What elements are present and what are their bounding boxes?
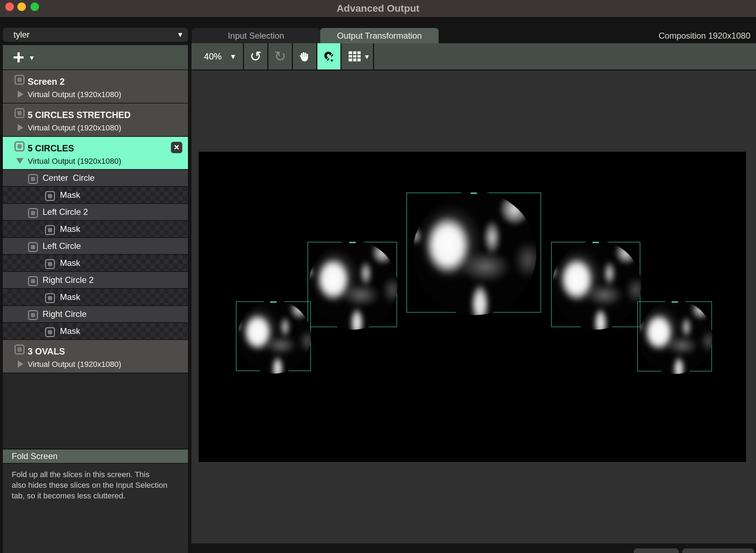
screen-enable-checkbox[interactable] xyxy=(15,345,24,354)
screen-name: 5 CIRCLES xyxy=(28,143,74,153)
slice-box-right-circle[interactable] xyxy=(637,301,712,372)
mask-name: Mask xyxy=(60,190,80,200)
mask-enable-checkbox[interactable] xyxy=(45,293,55,303)
screen-item-5-circles-stretched[interactable]: 5 CIRCLES STRETCHED Virtual Output (1920… xyxy=(3,104,188,136)
screen-enable-checkbox[interactable] xyxy=(15,108,24,118)
slice-box-left-circle[interactable] xyxy=(236,301,311,371)
chevron-down-icon[interactable] xyxy=(16,158,23,164)
mask-enable-checkbox[interactable] xyxy=(45,191,55,201)
grid-icon xyxy=(348,50,361,62)
slice-video-circle xyxy=(639,300,712,374)
slice-name: Left Circle xyxy=(43,241,81,251)
chevron-right-icon[interactable] xyxy=(18,361,23,368)
slice-item-center-circle[interactable]: Center Circle xyxy=(3,170,188,186)
pan-tool-button[interactable] xyxy=(293,43,317,69)
fold-screen-description: Fold up all the slices in this screen. T… xyxy=(3,464,188,553)
mask-enable-checkbox[interactable] xyxy=(45,327,55,337)
chevron-right-icon[interactable] xyxy=(18,91,23,98)
composition-dropdown[interactable]: tyler ▼ xyxy=(3,28,188,42)
titlebar: Advanced Output xyxy=(0,0,756,17)
chevron-down-icon: ▼ xyxy=(178,28,182,42)
remove-screen-button[interactable]: × xyxy=(171,142,182,153)
screen-list-empty-area xyxy=(3,373,188,448)
fold-screen-description-line: tab, so it becomes less cluttered. xyxy=(12,491,125,501)
chevron-right-icon[interactable] xyxy=(18,124,23,131)
screen-name: 3 OVALS xyxy=(28,346,65,357)
slice-item-right-circle-2[interactable]: Right Circle 2 xyxy=(3,272,188,288)
mask-name: Mask xyxy=(60,326,80,336)
output-label: Virtual Output (1920x1080) xyxy=(28,157,121,166)
fold-screen-header: Fold Screen xyxy=(3,449,188,463)
output-label: Virtual Output (1920x1080) xyxy=(28,90,121,99)
output-canvas[interactable] xyxy=(199,152,746,462)
mask-item-right-circle-2[interactable]: Mask xyxy=(3,289,188,305)
mask-enable-checkbox[interactable] xyxy=(45,259,55,269)
slice-video-circle xyxy=(413,191,537,315)
screen-item-3-ovals[interactable]: 3 OVALS Virtual Output (1920x1080) xyxy=(3,340,188,373)
slice-name: Right Circle 2 xyxy=(43,275,94,285)
magnet-icon xyxy=(323,50,335,63)
composition-dropdown-value: tyler xyxy=(13,28,29,42)
window-title: Advanced Output xyxy=(0,0,756,17)
screen-item-screen-2[interactable]: Screen 2 Virtual Output (1920x1080) xyxy=(3,70,188,103)
slice-name: Center Circle xyxy=(43,173,95,183)
tab-output-transformation[interactable]: Output Transformation xyxy=(320,28,439,43)
mask-name: Mask xyxy=(60,292,80,302)
snap-tool-button[interactable] xyxy=(317,43,341,69)
screen-name: 5 CIRCLES STRETCHED xyxy=(28,110,130,120)
slice-name: Left Circle 2 xyxy=(43,207,88,217)
slice-item-right-circle[interactable]: Right Circle xyxy=(3,306,188,322)
chevron-down-icon: ▼ xyxy=(30,45,34,69)
slice-enable-checkbox[interactable] xyxy=(28,310,38,320)
plus-icon: + xyxy=(13,45,24,69)
slice-enable-checkbox[interactable] xyxy=(28,242,38,252)
undo-icon: ↺ xyxy=(250,43,262,69)
advanced-output-window: { "window": { "title": "Advanced Output"… xyxy=(0,0,756,553)
slice-box-right-circle-2[interactable] xyxy=(551,242,640,327)
screen-enable-checkbox[interactable] xyxy=(15,75,24,85)
slice-enable-checkbox[interactable] xyxy=(28,208,38,218)
tab-input-selection[interactable]: Input Selection xyxy=(192,28,320,43)
screen-enable-checkbox[interactable] xyxy=(15,141,24,151)
slice-enable-checkbox[interactable] xyxy=(28,174,38,184)
chevron-down-icon: ▼ xyxy=(365,43,369,69)
hand-icon xyxy=(298,50,311,63)
fold-screen-description-line: Fold up all the slices in this screen. T… xyxy=(12,470,149,479)
output-workspace-panel xyxy=(191,71,756,543)
mask-enable-checkbox[interactable] xyxy=(45,225,55,235)
slice-item-left-circle[interactable]: Left Circle xyxy=(3,238,188,254)
zoom-level-dropdown[interactable]: 40% ▼ xyxy=(191,43,244,69)
composition-size-label: Composition 1920x1080 xyxy=(658,28,750,43)
slice-name: Right Circle xyxy=(43,309,87,319)
screen-name: Screen 2 xyxy=(28,77,65,87)
mask-item-left-circle-2[interactable]: Mask xyxy=(3,221,188,237)
add-screen-button[interactable]: + ▼ xyxy=(3,45,188,69)
undo-button[interactable]: ↺ xyxy=(244,43,268,69)
output-label: Virtual Output (1920x1080) xyxy=(28,123,121,133)
footer-button-right[interactable] xyxy=(682,548,754,553)
transform-toolbar: 40% ▼ ↺ ↻ xyxy=(191,43,756,69)
footer-button-left[interactable] xyxy=(634,548,679,553)
fold-screen-title: Fold Screen xyxy=(12,449,57,463)
screen-item-5-circles[interactable]: 5 CIRCLES Virtual Output (1920x1080) × xyxy=(3,137,188,169)
slice-video-circle xyxy=(552,241,641,330)
slice-enable-checkbox[interactable] xyxy=(28,276,38,286)
output-label: Virtual Output (1920x1080) xyxy=(28,360,121,369)
grid-options-dropdown[interactable]: ▼ xyxy=(341,43,374,69)
redo-button[interactable]: ↻ xyxy=(268,43,293,69)
mask-name: Mask xyxy=(60,224,80,234)
mask-item-right-circle[interactable]: Mask xyxy=(3,323,188,339)
fold-screen-description-line: also hides these slices on the Input Sel… xyxy=(12,481,167,490)
slice-video-circle xyxy=(308,241,398,330)
zoom-level-value: 40% xyxy=(204,43,222,69)
mask-item-center-circle[interactable]: Mask xyxy=(3,187,188,203)
slice-box-center-circle[interactable] xyxy=(406,192,541,313)
mask-item-left-circle[interactable]: Mask xyxy=(3,255,188,271)
chevron-down-icon: ▼ xyxy=(231,43,235,69)
slice-video-circle xyxy=(238,300,311,374)
mask-name: Mask xyxy=(60,258,80,268)
slice-box-left-circle-2[interactable] xyxy=(307,242,397,327)
redo-icon: ↻ xyxy=(274,43,286,69)
slice-item-left-circle-2[interactable]: Left Circle 2 xyxy=(3,204,188,220)
